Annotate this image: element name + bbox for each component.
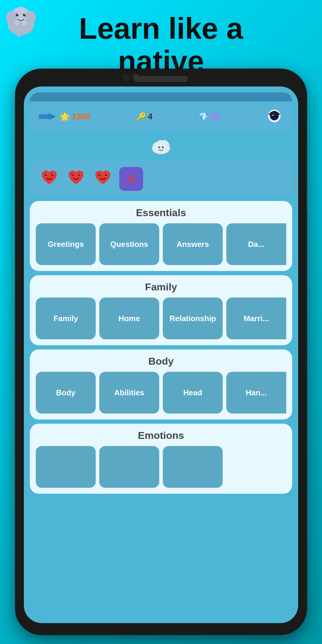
home-label: Home bbox=[118, 314, 140, 323]
body-grid: Body Abilities Head Han... bbox=[36, 372, 286, 414]
greetings-label: Greetings bbox=[48, 240, 84, 249]
body-section-title: Body bbox=[36, 355, 286, 367]
category-marriage[interactable]: Marri... bbox=[226, 298, 286, 339]
hearts-card: A bbox=[30, 161, 292, 197]
phone-frame: 🌟 1300 🔑 4 💎 10 bbox=[15, 69, 307, 635]
title-line1: Learn like a bbox=[79, 12, 243, 45]
heart-1 bbox=[39, 167, 60, 191]
emotions-section: Emotions bbox=[30, 424, 292, 494]
svg-point-18 bbox=[162, 146, 164, 148]
answers-label: Answers bbox=[177, 240, 209, 249]
screen-content[interactable]: 🌟 1300 🔑 4 💎 10 bbox=[24, 86, 298, 623]
header-title: Learn like a native bbox=[18, 6, 304, 78]
abilities-label: Abilities bbox=[114, 388, 144, 397]
family-section-title: Family bbox=[36, 281, 286, 293]
category-relationship[interactable]: Relationship bbox=[163, 298, 223, 339]
category-family[interactable]: Family bbox=[36, 298, 96, 339]
category-body[interactable]: Body bbox=[36, 372, 96, 414]
eye-icon bbox=[265, 109, 283, 123]
phone-camera-left bbox=[122, 74, 130, 82]
gem-icon: 💎 bbox=[199, 112, 208, 121]
phone-screen: 🌟 1300 🔑 4 💎 10 bbox=[24, 86, 298, 623]
family-grid: Family Home Relationship Marri... bbox=[36, 298, 286, 339]
cloud-mascot-row bbox=[30, 135, 292, 157]
letter-badge[interactable]: A bbox=[119, 167, 143, 191]
category-emotions-3[interactable] bbox=[163, 446, 223, 488]
category-home[interactable]: Home bbox=[99, 298, 159, 339]
key-icon: 🔑 bbox=[137, 112, 146, 121]
sun-icon: 🌟 bbox=[60, 112, 70, 122]
svg-point-21 bbox=[46, 174, 47, 175]
svg-point-17 bbox=[158, 146, 160, 148]
essentials-section: Essentials Greetings Questions Answers D… bbox=[30, 201, 292, 271]
body-label: Body bbox=[56, 388, 75, 397]
heart-2 bbox=[66, 167, 86, 191]
svg-point-25 bbox=[73, 174, 74, 175]
relationship-label: Relationship bbox=[169, 314, 216, 323]
family-section: Family Family Home Relationship Marri... bbox=[30, 275, 292, 345]
phone-speaker bbox=[134, 76, 188, 82]
eye-container bbox=[265, 109, 283, 125]
score-left: 🌟 1300 bbox=[39, 112, 90, 122]
questions-label: Questions bbox=[110, 240, 148, 249]
score-card: 🌟 1300 🔑 4 💎 10 bbox=[30, 103, 292, 131]
letter-badge-text: A bbox=[127, 172, 135, 186]
arrow-icon bbox=[39, 112, 57, 121]
phone-side-button bbox=[306, 188, 307, 212]
cloud-mascot-icon bbox=[149, 135, 173, 156]
category-emotions-2[interactable] bbox=[99, 446, 159, 488]
category-da[interactable]: Da... bbox=[226, 223, 286, 265]
category-abilities[interactable]: Abilities bbox=[99, 372, 159, 414]
marriage-label: Marri... bbox=[244, 314, 269, 323]
emotions-title: Emotions bbox=[36, 430, 286, 441]
family-label: Family bbox=[53, 314, 78, 323]
body-section: Body Body Abilities Head Han... bbox=[30, 349, 292, 419]
essentials-title: Essentials bbox=[36, 207, 286, 219]
svg-point-29 bbox=[100, 174, 101, 175]
xp-value: 1300 bbox=[72, 112, 90, 121]
xp-score: 🌟 1300 bbox=[60, 112, 90, 122]
essentials-grid: Greetings Questions Answers Da... bbox=[36, 223, 286, 265]
category-hands[interactable]: Han... bbox=[226, 372, 286, 414]
key-score: 🔑 4 bbox=[137, 112, 153, 121]
heart-3 bbox=[92, 167, 113, 191]
keys-value: 4 bbox=[148, 112, 153, 121]
scroll-indicator bbox=[294, 176, 296, 194]
emotions-grid bbox=[36, 446, 286, 488]
category-answers[interactable]: Answers bbox=[163, 223, 223, 265]
category-greetings[interactable]: Greetings bbox=[36, 223, 96, 265]
svg-point-26 bbox=[80, 174, 80, 175]
head-label: Head bbox=[183, 388, 202, 397]
status-bar bbox=[30, 92, 292, 101]
hands-label: Han... bbox=[246, 388, 267, 397]
gems-value: 10 bbox=[210, 112, 219, 121]
category-head[interactable]: Head bbox=[163, 372, 223, 414]
phone-camera-right bbox=[133, 74, 139, 80]
gem-score: 💎 10 bbox=[199, 112, 219, 121]
da-label: Da... bbox=[248, 240, 264, 249]
category-questions[interactable]: Questions bbox=[99, 223, 159, 265]
svg-point-22 bbox=[53, 174, 54, 175]
category-emotions-1[interactable] bbox=[36, 446, 96, 488]
svg-point-30 bbox=[106, 174, 107, 175]
